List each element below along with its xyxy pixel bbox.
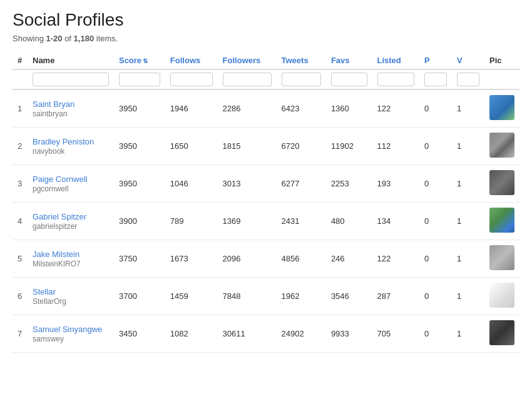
pic-cell (484, 278, 519, 315)
table-header-row: # Name Score⇅ Follows Followers Tweets F… (13, 52, 519, 69)
listed-cell: 122 (372, 89, 419, 128)
filter-p[interactable] (419, 69, 452, 89)
listed-cell: 705 (372, 315, 419, 353)
followers-filter-input[interactable] (223, 73, 272, 86)
tweets-filter-input[interactable] (282, 73, 321, 86)
follows-cell: 1650 (165, 128, 218, 165)
p-filter-input[interactable] (424, 73, 447, 86)
v-cell: 1 (452, 89, 484, 128)
col-listed[interactable]: Listed (372, 52, 419, 69)
col-followers[interactable]: Followers (218, 52, 277, 69)
p-cell: 0 (419, 89, 452, 128)
table-row: 3 Paige Cornwell pgcornwell 3950 1046 30… (13, 165, 519, 203)
followers-cell: 1815 (218, 128, 277, 165)
avatar (489, 245, 514, 270)
pic-cell (484, 240, 519, 278)
profile-link[interactable]: Bradley Peniston (33, 137, 109, 146)
rank-cell: 3 (13, 165, 28, 203)
table-row: 7 Samuel Sinyangwe samswey 3450 1082 306… (13, 315, 519, 353)
favs-cell: 3546 (326, 278, 372, 315)
score-cell: 3750 (114, 240, 165, 278)
p-cell: 0 (419, 278, 452, 315)
filter-row (13, 69, 519, 89)
name-cell: Saint Bryan saintbryan (28, 89, 114, 128)
v-cell: 1 (452, 128, 484, 165)
name-cell: Paige Cornwell pgcornwell (28, 165, 114, 203)
profile-link[interactable]: Gabriel Spitzer (33, 212, 109, 221)
tweets-cell: 4856 (277, 240, 326, 278)
v-cell: 1 (452, 203, 484, 240)
profile-link[interactable]: Stellar (33, 287, 109, 296)
filter-pic (484, 69, 519, 89)
followers-cell: 30611 (218, 315, 277, 353)
score-cell: 3900 (114, 203, 165, 240)
v-filter-input[interactable] (457, 73, 479, 86)
name-filter-input[interactable] (33, 73, 109, 86)
profile-link[interactable]: Jake Milstein (33, 250, 109, 259)
name-cell: Gabriel Spitzer gabrielspitzer (28, 203, 114, 240)
tweets-cell: 24902 (277, 315, 326, 353)
filter-score[interactable] (114, 69, 165, 89)
favs-cell: 11902 (326, 128, 372, 165)
filter-followers[interactable] (218, 69, 277, 89)
col-v[interactable]: V (452, 52, 484, 69)
username: samswey (33, 335, 64, 343)
col-tweets[interactable]: Tweets (277, 52, 326, 69)
col-p[interactable]: P (419, 52, 452, 69)
favs-cell: 246 (326, 240, 372, 278)
score-cell: 3700 (114, 278, 165, 315)
favs-cell: 9933 (326, 315, 372, 353)
score-cell: 3950 (114, 165, 165, 203)
profile-link[interactable]: Samuel Sinyangwe (33, 325, 109, 334)
followers-cell: 2096 (218, 240, 277, 278)
listed-cell: 112 (372, 128, 419, 165)
filter-tweets[interactable] (277, 69, 326, 89)
score-filter-input[interactable] (119, 73, 160, 86)
name-cell: Bradley Peniston navybook (28, 128, 114, 165)
filter-favs[interactable] (326, 69, 372, 89)
sort-icon: ⇅ (143, 58, 148, 64)
profile-link[interactable]: Paige Cornwell (33, 174, 109, 184)
pic-cell (484, 315, 519, 353)
table-row: 1 Saint Bryan saintbryan 3950 1946 2286 … (13, 89, 519, 128)
col-favs[interactable]: Favs (326, 52, 372, 69)
filter-listed[interactable] (372, 69, 419, 89)
follows-filter-input[interactable] (170, 73, 213, 86)
table-body: 1 Saint Bryan saintbryan 3950 1946 2286 … (13, 89, 519, 353)
pic-cell (484, 128, 519, 165)
tweets-cell: 6423 (277, 89, 326, 128)
p-cell: 0 (419, 165, 452, 203)
filter-v[interactable] (452, 69, 484, 89)
follows-cell: 1673 (165, 240, 218, 278)
avatar (489, 208, 514, 233)
avatar (489, 95, 514, 120)
rank-cell: 5 (13, 240, 28, 278)
col-pic: Pic (484, 52, 519, 69)
table-row: 5 Jake Milstein MilsteinKIRO7 3750 1673 … (13, 240, 519, 278)
listed-cell: 193 (372, 165, 419, 203)
filter-follows[interactable] (165, 69, 218, 89)
score-cell: 3450 (114, 315, 165, 353)
p-cell: 0 (419, 240, 452, 278)
listed-cell: 122 (372, 240, 419, 278)
pic-cell (484, 203, 519, 240)
followers-cell: 3013 (218, 165, 277, 203)
col-follows[interactable]: Follows (165, 52, 218, 69)
avatar (489, 170, 514, 195)
favs-cell: 2253 (326, 165, 372, 203)
followers-cell: 1369 (218, 203, 277, 240)
favs-filter-input[interactable] (331, 73, 367, 86)
follows-cell: 789 (165, 203, 218, 240)
filter-name[interactable] (28, 69, 114, 89)
listed-cell: 287 (372, 278, 419, 315)
profile-link[interactable]: Saint Bryan (33, 99, 109, 109)
tweets-cell: 6277 (277, 165, 326, 203)
follows-cell: 1459 (165, 278, 218, 315)
tweets-cell: 2431 (277, 203, 326, 240)
avatar (489, 283, 514, 308)
rank-cell: 1 (13, 89, 28, 128)
col-score[interactable]: Score⇅ (114, 52, 165, 69)
subtitle: Showing 1-20 of 1,180 items. (13, 34, 519, 43)
listed-filter-input[interactable] (377, 73, 414, 86)
v-cell: 1 (452, 315, 484, 353)
